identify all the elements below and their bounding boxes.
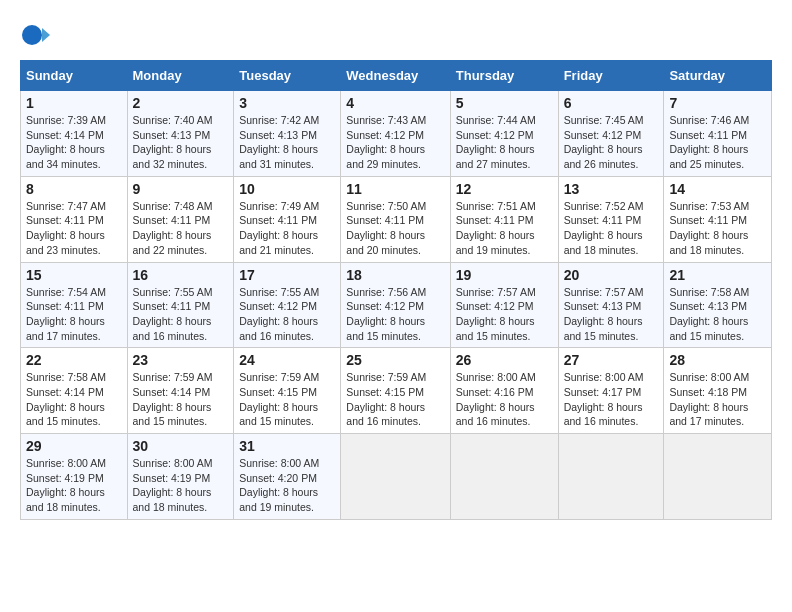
day-number: 23 [133, 352, 229, 368]
day-detail: Sunrise: 8:00 AMSunset: 4:19 PMDaylight:… [26, 457, 106, 513]
weekday-header-friday: Friday [558, 61, 664, 91]
day-detail: Sunrise: 7:39 AMSunset: 4:14 PMDaylight:… [26, 114, 106, 170]
calendar-cell: 3 Sunrise: 7:42 AMSunset: 4:13 PMDayligh… [234, 91, 341, 177]
day-detail: Sunrise: 7:57 AMSunset: 4:13 PMDaylight:… [564, 286, 644, 342]
day-detail: Sunrise: 7:59 AMSunset: 4:15 PMDaylight:… [239, 371, 319, 427]
day-number: 20 [564, 267, 659, 283]
day-number: 16 [133, 267, 229, 283]
svg-point-0 [22, 25, 42, 45]
calendar-cell: 11 Sunrise: 7:50 AMSunset: 4:11 PMDaylig… [341, 176, 450, 262]
calendar-cell: 31 Sunrise: 8:00 AMSunset: 4:20 PMDaylig… [234, 434, 341, 520]
calendar-cell: 8 Sunrise: 7:47 AMSunset: 4:11 PMDayligh… [21, 176, 128, 262]
day-number: 28 [669, 352, 766, 368]
calendar-cell: 23 Sunrise: 7:59 AMSunset: 4:14 PMDaylig… [127, 348, 234, 434]
calendar-cell: 14 Sunrise: 7:53 AMSunset: 4:11 PMDaylig… [664, 176, 772, 262]
day-detail: Sunrise: 7:57 AMSunset: 4:12 PMDaylight:… [456, 286, 536, 342]
calendar-cell: 1 Sunrise: 7:39 AMSunset: 4:14 PMDayligh… [21, 91, 128, 177]
day-detail: Sunrise: 7:59 AMSunset: 4:14 PMDaylight:… [133, 371, 213, 427]
day-number: 10 [239, 181, 335, 197]
day-number: 18 [346, 267, 444, 283]
calendar-cell: 12 Sunrise: 7:51 AMSunset: 4:11 PMDaylig… [450, 176, 558, 262]
day-detail: Sunrise: 7:59 AMSunset: 4:15 PMDaylight:… [346, 371, 426, 427]
calendar-cell: 27 Sunrise: 8:00 AMSunset: 4:17 PMDaylig… [558, 348, 664, 434]
day-number: 24 [239, 352, 335, 368]
logo-icon [20, 20, 50, 50]
calendar-cell: 28 Sunrise: 8:00 AMSunset: 4:18 PMDaylig… [664, 348, 772, 434]
weekday-header-saturday: Saturday [664, 61, 772, 91]
calendar-cell: 7 Sunrise: 7:46 AMSunset: 4:11 PMDayligh… [664, 91, 772, 177]
day-number: 17 [239, 267, 335, 283]
svg-marker-1 [42, 28, 50, 42]
calendar-week-4: 22 Sunrise: 7:58 AMSunset: 4:14 PMDaylig… [21, 348, 772, 434]
calendar-cell [450, 434, 558, 520]
calendar-week-1: 1 Sunrise: 7:39 AMSunset: 4:14 PMDayligh… [21, 91, 772, 177]
calendar-table: SundayMondayTuesdayWednesdayThursdayFrid… [20, 60, 772, 520]
calendar-week-5: 29 Sunrise: 8:00 AMSunset: 4:19 PMDaylig… [21, 434, 772, 520]
day-detail: Sunrise: 7:48 AMSunset: 4:11 PMDaylight:… [133, 200, 213, 256]
calendar-cell [558, 434, 664, 520]
day-detail: Sunrise: 7:42 AMSunset: 4:13 PMDaylight:… [239, 114, 319, 170]
day-detail: Sunrise: 8:00 AMSunset: 4:16 PMDaylight:… [456, 371, 536, 427]
day-detail: Sunrise: 7:40 AMSunset: 4:13 PMDaylight:… [133, 114, 213, 170]
day-number: 29 [26, 438, 122, 454]
weekday-header-row: SundayMondayTuesdayWednesdayThursdayFrid… [21, 61, 772, 91]
day-number: 31 [239, 438, 335, 454]
calendar-cell: 25 Sunrise: 7:59 AMSunset: 4:15 PMDaylig… [341, 348, 450, 434]
day-detail: Sunrise: 7:53 AMSunset: 4:11 PMDaylight:… [669, 200, 749, 256]
calendar-cell: 29 Sunrise: 8:00 AMSunset: 4:19 PMDaylig… [21, 434, 128, 520]
day-detail: Sunrise: 7:44 AMSunset: 4:12 PMDaylight:… [456, 114, 536, 170]
day-number: 3 [239, 95, 335, 111]
calendar-cell: 10 Sunrise: 7:49 AMSunset: 4:11 PMDaylig… [234, 176, 341, 262]
calendar-cell: 18 Sunrise: 7:56 AMSunset: 4:12 PMDaylig… [341, 262, 450, 348]
weekday-header-wednesday: Wednesday [341, 61, 450, 91]
day-detail: Sunrise: 7:52 AMSunset: 4:11 PMDaylight:… [564, 200, 644, 256]
weekday-header-tuesday: Tuesday [234, 61, 341, 91]
day-number: 5 [456, 95, 553, 111]
page-header [20, 20, 772, 50]
day-detail: Sunrise: 7:55 AMSunset: 4:11 PMDaylight:… [133, 286, 213, 342]
weekday-header-thursday: Thursday [450, 61, 558, 91]
calendar-cell: 30 Sunrise: 8:00 AMSunset: 4:19 PMDaylig… [127, 434, 234, 520]
calendar-cell: 19 Sunrise: 7:57 AMSunset: 4:12 PMDaylig… [450, 262, 558, 348]
calendar-cell: 9 Sunrise: 7:48 AMSunset: 4:11 PMDayligh… [127, 176, 234, 262]
day-detail: Sunrise: 7:51 AMSunset: 4:11 PMDaylight:… [456, 200, 536, 256]
weekday-header-sunday: Sunday [21, 61, 128, 91]
calendar-cell [664, 434, 772, 520]
day-detail: Sunrise: 7:56 AMSunset: 4:12 PMDaylight:… [346, 286, 426, 342]
calendar-cell: 2 Sunrise: 7:40 AMSunset: 4:13 PMDayligh… [127, 91, 234, 177]
day-detail: Sunrise: 7:50 AMSunset: 4:11 PMDaylight:… [346, 200, 426, 256]
calendar-cell: 5 Sunrise: 7:44 AMSunset: 4:12 PMDayligh… [450, 91, 558, 177]
calendar-cell: 26 Sunrise: 8:00 AMSunset: 4:16 PMDaylig… [450, 348, 558, 434]
calendar-cell: 15 Sunrise: 7:54 AMSunset: 4:11 PMDaylig… [21, 262, 128, 348]
calendar-cell: 6 Sunrise: 7:45 AMSunset: 4:12 PMDayligh… [558, 91, 664, 177]
calendar-cell: 20 Sunrise: 7:57 AMSunset: 4:13 PMDaylig… [558, 262, 664, 348]
day-detail: Sunrise: 7:47 AMSunset: 4:11 PMDaylight:… [26, 200, 106, 256]
day-detail: Sunrise: 8:00 AMSunset: 4:18 PMDaylight:… [669, 371, 749, 427]
day-number: 26 [456, 352, 553, 368]
day-detail: Sunrise: 7:43 AMSunset: 4:12 PMDaylight:… [346, 114, 426, 170]
day-number: 11 [346, 181, 444, 197]
day-number: 25 [346, 352, 444, 368]
day-detail: Sunrise: 8:00 AMSunset: 4:17 PMDaylight:… [564, 371, 644, 427]
day-detail: Sunrise: 7:58 AMSunset: 4:13 PMDaylight:… [669, 286, 749, 342]
day-number: 13 [564, 181, 659, 197]
day-detail: Sunrise: 7:55 AMSunset: 4:12 PMDaylight:… [239, 286, 319, 342]
day-number: 27 [564, 352, 659, 368]
calendar-cell: 22 Sunrise: 7:58 AMSunset: 4:14 PMDaylig… [21, 348, 128, 434]
calendar-cell: 4 Sunrise: 7:43 AMSunset: 4:12 PMDayligh… [341, 91, 450, 177]
calendar-cell: 13 Sunrise: 7:52 AMSunset: 4:11 PMDaylig… [558, 176, 664, 262]
calendar-cell: 21 Sunrise: 7:58 AMSunset: 4:13 PMDaylig… [664, 262, 772, 348]
calendar-body: 1 Sunrise: 7:39 AMSunset: 4:14 PMDayligh… [21, 91, 772, 520]
day-number: 21 [669, 267, 766, 283]
day-number: 22 [26, 352, 122, 368]
calendar-cell: 17 Sunrise: 7:55 AMSunset: 4:12 PMDaylig… [234, 262, 341, 348]
calendar-cell: 24 Sunrise: 7:59 AMSunset: 4:15 PMDaylig… [234, 348, 341, 434]
calendar-cell: 16 Sunrise: 7:55 AMSunset: 4:11 PMDaylig… [127, 262, 234, 348]
day-number: 14 [669, 181, 766, 197]
day-detail: Sunrise: 7:58 AMSunset: 4:14 PMDaylight:… [26, 371, 106, 427]
day-detail: Sunrise: 7:46 AMSunset: 4:11 PMDaylight:… [669, 114, 749, 170]
day-number: 6 [564, 95, 659, 111]
day-number: 12 [456, 181, 553, 197]
day-number: 30 [133, 438, 229, 454]
day-detail: Sunrise: 7:45 AMSunset: 4:12 PMDaylight:… [564, 114, 644, 170]
